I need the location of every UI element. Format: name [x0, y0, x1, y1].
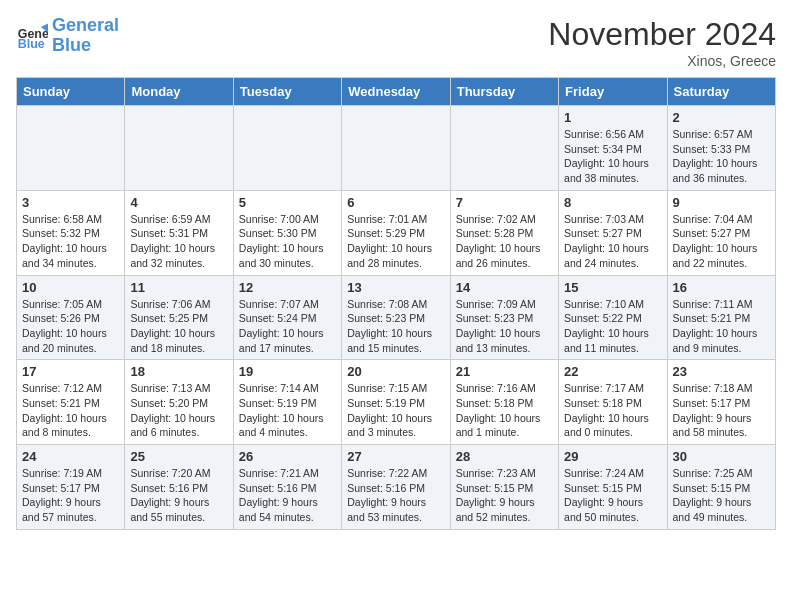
calendar-header: SundayMondayTuesdayWednesdayThursdayFrid…	[17, 78, 776, 106]
calendar-cell: 1Sunrise: 6:56 AM Sunset: 5:34 PM Daylig…	[559, 106, 667, 191]
page-header: General Blue GeneralBlue November 2024 X…	[16, 16, 776, 69]
day-number: 2	[673, 110, 770, 125]
calendar-week-row: 17Sunrise: 7:12 AM Sunset: 5:21 PM Dayli…	[17, 360, 776, 445]
day-info: Sunrise: 6:57 AM Sunset: 5:33 PM Dayligh…	[673, 127, 770, 186]
weekday-header-wednesday: Wednesday	[342, 78, 450, 106]
calendar-cell: 12Sunrise: 7:07 AM Sunset: 5:24 PM Dayli…	[233, 275, 341, 360]
day-info: Sunrise: 7:06 AM Sunset: 5:25 PM Dayligh…	[130, 297, 227, 356]
calendar-cell: 21Sunrise: 7:16 AM Sunset: 5:18 PM Dayli…	[450, 360, 558, 445]
day-number: 29	[564, 449, 661, 464]
calendar-cell: 22Sunrise: 7:17 AM Sunset: 5:18 PM Dayli…	[559, 360, 667, 445]
day-info: Sunrise: 7:23 AM Sunset: 5:15 PM Dayligh…	[456, 466, 553, 525]
calendar-body: 1Sunrise: 6:56 AM Sunset: 5:34 PM Daylig…	[17, 106, 776, 530]
day-info: Sunrise: 7:01 AM Sunset: 5:29 PM Dayligh…	[347, 212, 444, 271]
calendar-cell: 26Sunrise: 7:21 AM Sunset: 5:16 PM Dayli…	[233, 445, 341, 530]
day-number: 28	[456, 449, 553, 464]
day-info: Sunrise: 6:59 AM Sunset: 5:31 PM Dayligh…	[130, 212, 227, 271]
weekday-header-row: SundayMondayTuesdayWednesdayThursdayFrid…	[17, 78, 776, 106]
calendar-cell: 25Sunrise: 7:20 AM Sunset: 5:16 PM Dayli…	[125, 445, 233, 530]
day-number: 18	[130, 364, 227, 379]
calendar-cell: 23Sunrise: 7:18 AM Sunset: 5:17 PM Dayli…	[667, 360, 775, 445]
calendar-cell: 14Sunrise: 7:09 AM Sunset: 5:23 PM Dayli…	[450, 275, 558, 360]
day-number: 21	[456, 364, 553, 379]
day-info: Sunrise: 7:12 AM Sunset: 5:21 PM Dayligh…	[22, 381, 119, 440]
day-number: 10	[22, 280, 119, 295]
day-info: Sunrise: 7:02 AM Sunset: 5:28 PM Dayligh…	[456, 212, 553, 271]
calendar-cell: 30Sunrise: 7:25 AM Sunset: 5:15 PM Dayli…	[667, 445, 775, 530]
calendar-cell: 10Sunrise: 7:05 AM Sunset: 5:26 PM Dayli…	[17, 275, 125, 360]
svg-text:Blue: Blue	[18, 37, 45, 51]
day-info: Sunrise: 7:10 AM Sunset: 5:22 PM Dayligh…	[564, 297, 661, 356]
calendar-cell: 27Sunrise: 7:22 AM Sunset: 5:16 PM Dayli…	[342, 445, 450, 530]
calendar-cell: 24Sunrise: 7:19 AM Sunset: 5:17 PM Dayli…	[17, 445, 125, 530]
weekday-header-tuesday: Tuesday	[233, 78, 341, 106]
day-info: Sunrise: 7:20 AM Sunset: 5:16 PM Dayligh…	[130, 466, 227, 525]
day-info: Sunrise: 7:17 AM Sunset: 5:18 PM Dayligh…	[564, 381, 661, 440]
calendar-cell: 8Sunrise: 7:03 AM Sunset: 5:27 PM Daylig…	[559, 190, 667, 275]
day-number: 27	[347, 449, 444, 464]
day-info: Sunrise: 7:19 AM Sunset: 5:17 PM Dayligh…	[22, 466, 119, 525]
calendar-cell	[233, 106, 341, 191]
day-number: 19	[239, 364, 336, 379]
day-info: Sunrise: 7:14 AM Sunset: 5:19 PM Dayligh…	[239, 381, 336, 440]
logo: General Blue GeneralBlue	[16, 16, 119, 56]
day-info: Sunrise: 7:00 AM Sunset: 5:30 PM Dayligh…	[239, 212, 336, 271]
calendar-cell: 20Sunrise: 7:15 AM Sunset: 5:19 PM Dayli…	[342, 360, 450, 445]
day-number: 8	[564, 195, 661, 210]
calendar-cell: 19Sunrise: 7:14 AM Sunset: 5:19 PM Dayli…	[233, 360, 341, 445]
title-block: November 2024 Xinos, Greece	[548, 16, 776, 69]
weekday-header-sunday: Sunday	[17, 78, 125, 106]
weekday-header-friday: Friday	[559, 78, 667, 106]
calendar-cell	[17, 106, 125, 191]
weekday-header-saturday: Saturday	[667, 78, 775, 106]
day-number: 26	[239, 449, 336, 464]
calendar-cell: 3Sunrise: 6:58 AM Sunset: 5:32 PM Daylig…	[17, 190, 125, 275]
calendar-week-row: 24Sunrise: 7:19 AM Sunset: 5:17 PM Dayli…	[17, 445, 776, 530]
calendar-week-row: 1Sunrise: 6:56 AM Sunset: 5:34 PM Daylig…	[17, 106, 776, 191]
day-info: Sunrise: 7:08 AM Sunset: 5:23 PM Dayligh…	[347, 297, 444, 356]
day-info: Sunrise: 6:58 AM Sunset: 5:32 PM Dayligh…	[22, 212, 119, 271]
calendar-cell: 4Sunrise: 6:59 AM Sunset: 5:31 PM Daylig…	[125, 190, 233, 275]
day-info: Sunrise: 7:11 AM Sunset: 5:21 PM Dayligh…	[673, 297, 770, 356]
calendar-cell: 16Sunrise: 7:11 AM Sunset: 5:21 PM Dayli…	[667, 275, 775, 360]
day-info: Sunrise: 7:07 AM Sunset: 5:24 PM Dayligh…	[239, 297, 336, 356]
day-number: 17	[22, 364, 119, 379]
day-number: 16	[673, 280, 770, 295]
day-number: 9	[673, 195, 770, 210]
day-number: 20	[347, 364, 444, 379]
day-number: 11	[130, 280, 227, 295]
day-info: Sunrise: 7:15 AM Sunset: 5:19 PM Dayligh…	[347, 381, 444, 440]
calendar-cell: 29Sunrise: 7:24 AM Sunset: 5:15 PM Dayli…	[559, 445, 667, 530]
day-info: Sunrise: 7:22 AM Sunset: 5:16 PM Dayligh…	[347, 466, 444, 525]
day-number: 1	[564, 110, 661, 125]
day-info: Sunrise: 7:25 AM Sunset: 5:15 PM Dayligh…	[673, 466, 770, 525]
day-info: Sunrise: 7:24 AM Sunset: 5:15 PM Dayligh…	[564, 466, 661, 525]
calendar-week-row: 10Sunrise: 7:05 AM Sunset: 5:26 PM Dayli…	[17, 275, 776, 360]
day-number: 30	[673, 449, 770, 464]
weekday-header-thursday: Thursday	[450, 78, 558, 106]
logo-icon: General Blue	[16, 20, 48, 52]
calendar-cell: 13Sunrise: 7:08 AM Sunset: 5:23 PM Dayli…	[342, 275, 450, 360]
calendar-cell: 7Sunrise: 7:02 AM Sunset: 5:28 PM Daylig…	[450, 190, 558, 275]
day-info: Sunrise: 6:56 AM Sunset: 5:34 PM Dayligh…	[564, 127, 661, 186]
day-number: 15	[564, 280, 661, 295]
day-number: 4	[130, 195, 227, 210]
logo-text: GeneralBlue	[52, 16, 119, 56]
calendar-cell: 18Sunrise: 7:13 AM Sunset: 5:20 PM Dayli…	[125, 360, 233, 445]
calendar-cell: 5Sunrise: 7:00 AM Sunset: 5:30 PM Daylig…	[233, 190, 341, 275]
day-info: Sunrise: 7:16 AM Sunset: 5:18 PM Dayligh…	[456, 381, 553, 440]
day-number: 23	[673, 364, 770, 379]
day-number: 5	[239, 195, 336, 210]
day-info: Sunrise: 7:04 AM Sunset: 5:27 PM Dayligh…	[673, 212, 770, 271]
calendar-cell	[342, 106, 450, 191]
day-number: 3	[22, 195, 119, 210]
day-number: 25	[130, 449, 227, 464]
day-info: Sunrise: 7:18 AM Sunset: 5:17 PM Dayligh…	[673, 381, 770, 440]
calendar-cell	[125, 106, 233, 191]
calendar-cell: 6Sunrise: 7:01 AM Sunset: 5:29 PM Daylig…	[342, 190, 450, 275]
day-info: Sunrise: 7:13 AM Sunset: 5:20 PM Dayligh…	[130, 381, 227, 440]
day-info: Sunrise: 7:05 AM Sunset: 5:26 PM Dayligh…	[22, 297, 119, 356]
calendar-cell: 11Sunrise: 7:06 AM Sunset: 5:25 PM Dayli…	[125, 275, 233, 360]
day-number: 24	[22, 449, 119, 464]
calendar-table: SundayMondayTuesdayWednesdayThursdayFrid…	[16, 77, 776, 530]
